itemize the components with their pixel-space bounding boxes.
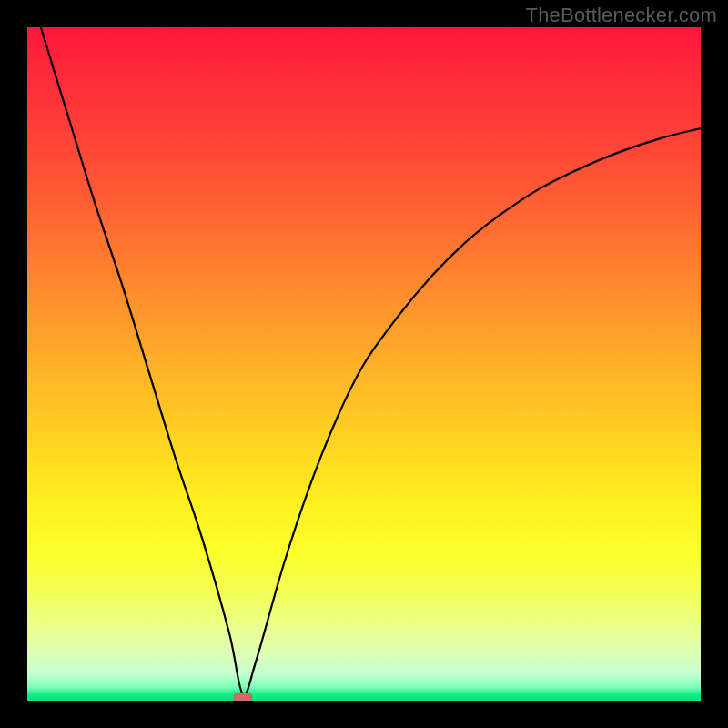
watermark-text: TheBottlenecker.com	[526, 4, 717, 27]
plot-area	[27, 27, 701, 701]
chart-container: TheBottlenecker.com	[0, 0, 728, 728]
heatmap-background	[27, 27, 701, 701]
